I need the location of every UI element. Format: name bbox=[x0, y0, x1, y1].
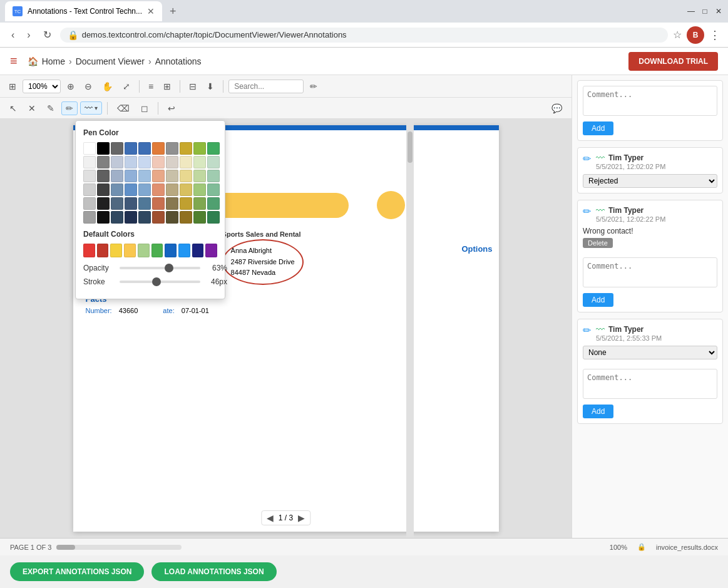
zoom-out-btn[interactable]: ⊖ bbox=[81, 80, 96, 93]
color-swatch[interactable] bbox=[193, 156, 206, 168]
new-tab-btn[interactable]: + bbox=[165, 3, 182, 21]
default-color-swatch[interactable] bbox=[205, 244, 217, 257]
select-tool-btn[interactable]: ↖ bbox=[5, 101, 21, 115]
maximize-btn[interactable]: □ bbox=[700, 7, 709, 16]
opacity-slider[interactable] bbox=[120, 267, 200, 269]
color-swatch[interactable] bbox=[180, 170, 192, 182]
eraser-tool-btn[interactable]: ⌫ bbox=[113, 101, 134, 115]
highlight-tool-btn[interactable]: ✏ bbox=[61, 101, 78, 115]
color-swatch[interactable] bbox=[207, 183, 220, 196]
color-swatch[interactable] bbox=[193, 197, 206, 210]
add-comment-btn-3[interactable]: Add bbox=[583, 405, 613, 418]
reload-btn[interactable]: ↻ bbox=[39, 28, 55, 42]
browser-tab[interactable]: TC Annotations - Text Control Techn... ✕ bbox=[5, 1, 162, 21]
color-swatch[interactable] bbox=[138, 156, 151, 168]
color-swatch[interactable] bbox=[207, 197, 220, 210]
comment-thread-btn[interactable]: 💬 bbox=[547, 101, 567, 115]
color-swatch[interactable] bbox=[111, 197, 123, 210]
zoom-select[interactable]: 100% 75% 125% 150% bbox=[23, 80, 61, 93]
panel-toggle-btn[interactable]: ⊞ bbox=[5, 80, 20, 93]
url-bar[interactable]: 🔒 demos.textcontrol.com/chapter/topic/Do… bbox=[60, 28, 668, 43]
color-swatch[interactable] bbox=[180, 142, 192, 155]
bookmark-icon[interactable]: ☆ bbox=[673, 29, 682, 41]
export-json-btn[interactable]: EXPORT ANNOTATIONS JSON bbox=[10, 562, 144, 581]
color-swatch[interactable] bbox=[152, 197, 165, 210]
color-swatch[interactable] bbox=[180, 197, 192, 210]
color-swatch[interactable] bbox=[193, 170, 206, 182]
color-swatch[interactable] bbox=[207, 156, 220, 168]
add-comment-btn-top[interactable]: Add bbox=[583, 121, 613, 135]
browser-menu-btn[interactable]: ⋮ bbox=[709, 28, 720, 42]
back-btn[interactable]: ‹ bbox=[8, 28, 18, 42]
color-swatch[interactable] bbox=[152, 211, 165, 224]
profile-btn[interactable]: B bbox=[687, 26, 704, 44]
color-swatch[interactable] bbox=[125, 142, 137, 155]
color-swatch[interactable] bbox=[193, 183, 206, 196]
color-swatch[interactable] bbox=[125, 183, 137, 196]
color-swatch[interactable] bbox=[111, 142, 123, 155]
color-swatch[interactable] bbox=[83, 211, 96, 224]
default-color-swatch[interactable] bbox=[192, 244, 204, 257]
color-swatch[interactable] bbox=[97, 170, 110, 182]
next-page-btn[interactable]: ▶ bbox=[298, 513, 305, 523]
color-swatch[interactable] bbox=[166, 211, 178, 224]
fullscreen-btn[interactable]: ⤢ bbox=[119, 80, 134, 93]
color-swatch[interactable] bbox=[152, 156, 165, 168]
delete-comment-btn[interactable]: Delete bbox=[583, 238, 613, 248]
color-swatch[interactable] bbox=[97, 142, 110, 155]
hamburger-icon[interactable]: ≡ bbox=[10, 54, 18, 68]
color-swatch[interactable] bbox=[111, 170, 123, 182]
color-swatch[interactable] bbox=[166, 183, 178, 196]
color-swatch[interactable] bbox=[111, 211, 123, 224]
color-swatch[interactable] bbox=[166, 142, 178, 155]
color-swatch[interactable] bbox=[138, 197, 151, 210]
forward-btn[interactable]: › bbox=[23, 28, 34, 42]
color-swatch[interactable] bbox=[207, 211, 220, 224]
color-swatch[interactable] bbox=[83, 170, 96, 182]
color-swatch[interactable] bbox=[97, 211, 110, 224]
color-swatch[interactable] bbox=[180, 183, 192, 196]
color-swatch[interactable] bbox=[97, 156, 110, 168]
default-color-swatch[interactable] bbox=[83, 244, 95, 257]
grid-view-btn[interactable]: ⊞ bbox=[160, 80, 175, 93]
minimize-btn[interactable]: — bbox=[687, 7, 695, 16]
close-btn[interactable]: ✕ bbox=[714, 7, 723, 16]
color-swatch[interactable] bbox=[193, 211, 206, 224]
pen-tool-dropdown[interactable]: 〰 ▾ bbox=[80, 101, 102, 115]
color-swatch[interactable] bbox=[193, 142, 206, 155]
default-color-swatch[interactable] bbox=[110, 244, 122, 257]
single-page-btn[interactable]: ≡ bbox=[145, 80, 157, 93]
color-swatch[interactable] bbox=[111, 183, 123, 196]
color-swatch[interactable] bbox=[152, 183, 165, 196]
color-swatch[interactable] bbox=[207, 142, 220, 155]
color-swatch[interactable] bbox=[138, 211, 151, 224]
default-color-swatch[interactable] bbox=[178, 244, 190, 257]
color-swatch[interactable] bbox=[125, 156, 137, 168]
color-swatch[interactable] bbox=[83, 197, 96, 210]
color-swatch[interactable] bbox=[207, 170, 220, 182]
color-swatch[interactable] bbox=[152, 170, 165, 182]
default-color-swatch[interactable] bbox=[124, 244, 136, 257]
download-doc-btn[interactable]: ⬇ bbox=[203, 80, 218, 93]
prev-page-btn[interactable]: ◀ bbox=[267, 513, 274, 523]
status-dropdown-3[interactable]: None Rejected Approved InProgress bbox=[583, 346, 717, 359]
color-swatch[interactable] bbox=[152, 142, 165, 155]
color-swatch[interactable] bbox=[138, 183, 151, 196]
color-swatch[interactable] bbox=[138, 170, 151, 182]
h-scrollbar-thumb[interactable] bbox=[56, 545, 75, 550]
print-btn[interactable]: ⊟ bbox=[185, 80, 200, 93]
default-color-swatch[interactable] bbox=[151, 244, 163, 257]
color-swatch[interactable] bbox=[180, 156, 192, 168]
add-comment-btn-2[interactable]: Add bbox=[583, 293, 613, 307]
color-swatch[interactable] bbox=[166, 156, 178, 168]
color-swatch[interactable] bbox=[138, 142, 151, 155]
color-swatch[interactable] bbox=[83, 142, 96, 155]
stroke-slider[interactable] bbox=[120, 281, 200, 283]
color-swatch[interactable] bbox=[180, 211, 192, 224]
close-annotation-btn[interactable]: ✕ bbox=[24, 101, 40, 115]
color-swatch[interactable] bbox=[125, 197, 137, 210]
annotation-mode-btn[interactable]: ✏ bbox=[306, 80, 321, 93]
comment-input-2[interactable] bbox=[583, 257, 717, 287]
breadcrumb-viewer[interactable]: Document Viewer bbox=[76, 56, 145, 66]
comment-input-top[interactable] bbox=[583, 86, 717, 116]
